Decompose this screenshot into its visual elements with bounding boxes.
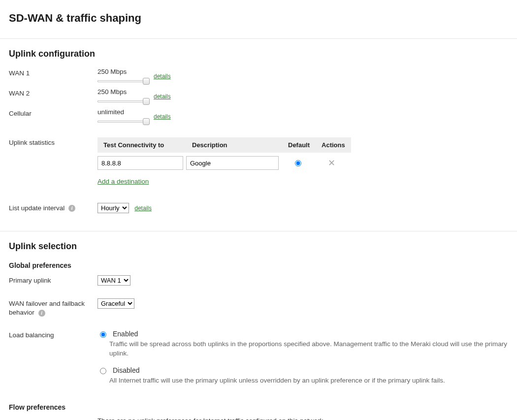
wan1-slider[interactable]	[97, 78, 147, 84]
wan2-value: 250 Mbps	[97, 88, 127, 96]
info-icon[interactable]: i	[38, 310, 45, 317]
failover-select[interactable]: Graceful	[97, 298, 134, 309]
wan2-label: WAN 2	[9, 88, 97, 98]
th-actions: Actions	[316, 137, 351, 153]
wan2-details-link[interactable]: details	[154, 93, 171, 100]
uplink-config-heading: Uplink configuration	[9, 49, 508, 59]
wan1-details-link[interactable]: details	[154, 73, 171, 80]
internet-traffic-row: Internet traffic There are no uplink pre…	[9, 417, 508, 420]
wan1-label: WAN 1	[9, 68, 97, 78]
cellular-value: unlimited	[97, 108, 124, 116]
test-connectivity-input[interactable]	[97, 156, 183, 170]
cellular-slider[interactable]	[97, 119, 147, 125]
flow-preferences-heading: Flow preferences	[9, 403, 508, 411]
th-description: Description	[186, 137, 282, 153]
divider	[0, 231, 517, 231]
cellular-row: Cellular unlimited details	[9, 108, 508, 125]
th-test-connectivity: Test Connectivity to	[97, 137, 186, 153]
interval-details-link[interactable]: details	[134, 205, 152, 212]
uplink-stats-table: Test Connectivity to Description Default…	[97, 137, 351, 173]
failover-row: WAN failover and failback behavior i Gra…	[9, 298, 508, 317]
global-preferences-heading: Global preferences	[9, 261, 508, 269]
load-balancing-row: Load balancing Enabled Traffic will be s…	[9, 330, 508, 393]
divider	[0, 38, 517, 39]
th-default: Default	[282, 137, 316, 153]
cellular-label: Cellular	[9, 108, 97, 118]
uplink-stats-label: Uplink statistics	[9, 137, 97, 147]
wan2-slider[interactable]	[97, 98, 147, 104]
disabled-label: Disabled	[113, 366, 139, 374]
uplink-stats-row: Uplink statistics Test Connectivity to D…	[9, 137, 508, 185]
internet-traffic-label: Internet traffic	[9, 417, 97, 420]
load-balancing-label: Load balancing	[9, 330, 97, 340]
internet-traffic-empty-text: There are no uplink preferences for Inte…	[97, 417, 508, 420]
wan1-value: 250 Mbps	[97, 68, 127, 75]
primary-uplink-row: Primary uplink WAN 1	[9, 275, 508, 286]
failover-label: WAN failover and failback behavior	[9, 300, 85, 316]
list-update-interval-row: List update interval i Hourly details	[9, 203, 508, 213]
uplink-selection-heading: Uplink selection	[9, 241, 508, 252]
description-input[interactable]	[186, 156, 279, 170]
load-balancing-disabled-radio[interactable]	[100, 368, 106, 374]
cellular-details-link[interactable]: details	[154, 113, 171, 120]
info-icon[interactable]: i	[68, 205, 75, 212]
wan2-row: WAN 2 250 Mbps details	[9, 88, 508, 104]
page-title: SD-WAN & traffic shaping	[9, 12, 508, 25]
table-row: ✕	[97, 153, 351, 173]
load-balancing-enabled-radio[interactable]	[100, 331, 106, 338]
delete-row-button[interactable]: ✕	[328, 158, 335, 168]
list-update-interval-select[interactable]: Hourly	[97, 203, 129, 213]
primary-uplink-select[interactable]: WAN 1	[97, 275, 130, 286]
add-destination-link[interactable]: Add a destination	[97, 178, 149, 185]
disabled-description: All Internet traffic will use the primar…	[109, 376, 508, 386]
enabled-label: Enabled	[113, 330, 138, 338]
default-radio[interactable]	[295, 160, 301, 166]
list-update-interval-label: List update interval	[9, 204, 65, 212]
primary-uplink-label: Primary uplink	[9, 275, 97, 285]
wan1-row: WAN 1 250 Mbps details	[9, 68, 508, 84]
enabled-description: Traffic will be spread across both uplin…	[109, 340, 508, 358]
